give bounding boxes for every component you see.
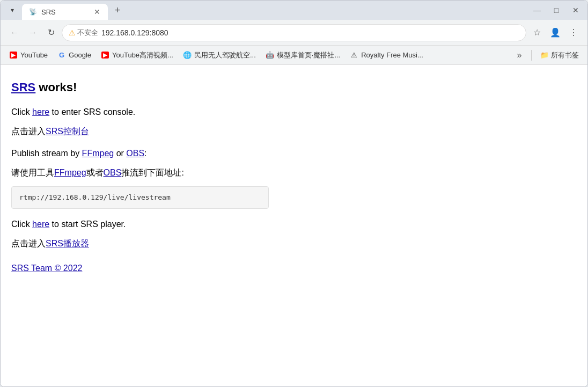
publish-paragraph-en: Publish stream by FFmpeg or OBS: <box>11 147 577 160</box>
address-bar: ← → ↻ ⚠ 不安全 192.168.0.129:8080 ☆ 👤 ⋮ <box>1 20 587 46</box>
player-suffix: to start SRS player. <box>49 220 126 229</box>
console-paragraph-en: Click here to enter SRS console. <box>11 105 577 119</box>
url-text: 192.168.0.129:8080 <box>101 28 519 37</box>
bookmark-model[interactable]: 🤖 模型库首页·魔搭社... <box>261 48 344 62</box>
obs-zh-link[interactable]: OBS <box>104 168 122 177</box>
bookmark-youtube[interactable]: ▶ YouTube <box>5 49 52 62</box>
favorite-button[interactable]: ☆ <box>530 25 545 40</box>
new-tab-button[interactable]: + <box>110 3 125 18</box>
back-button[interactable]: ← <box>7 25 22 40</box>
bookmarks-more: » 📁 所有书签 <box>512 48 583 63</box>
minimize-button[interactable]: — <box>530 3 545 18</box>
all-bookmarks-label: 所有书签 <box>551 50 579 60</box>
bookmarks-bar: ▶ YouTube G Google ▶ YouTube高清视频... 🌐 民用… <box>1 46 587 65</box>
warning-icon: ⚠ <box>69 28 76 37</box>
maximize-button[interactable]: □ <box>549 3 564 18</box>
folder-icon: 📁 <box>540 51 549 59</box>
page-content: SRS works! Click here to enter SRS conso… <box>1 65 587 386</box>
publish-zh-prefix: 请使用工具 <box>11 168 54 177</box>
publish-zh-suffix: 推流到下面地址: <box>121 168 183 177</box>
player-paragraph-en: Click here to start SRS player. <box>11 217 577 231</box>
page-heading: SRS works! <box>11 78 577 97</box>
console-prefix: Click <box>11 107 32 116</box>
rtmp-address-box: rtmp://192.168.0.129/live/livestream <box>11 186 269 209</box>
bookmark-drone[interactable]: 🌐 民用无人驾驶航空... <box>179 48 260 62</box>
player-prefix: Click <box>11 220 32 229</box>
bookmark-model-label: 模型库首页·魔搭社... <box>277 50 340 60</box>
console-here-link[interactable]: here <box>32 107 49 116</box>
tab-dropdown-button[interactable]: ▾ <box>5 3 20 18</box>
bookmark-royalty[interactable]: ⚠ Royalty Free Musi... <box>346 49 428 62</box>
window-controls: — □ ✕ <box>530 3 583 18</box>
tab-favicon: 📡 <box>28 8 37 16</box>
model-favicon: 🤖 <box>266 51 274 60</box>
bookmark-youtube-hd-label: YouTube高清视频... <box>112 50 173 60</box>
all-bookmarks-folder[interactable]: 📁 所有书签 <box>536 48 583 62</box>
srs-console-link[interactable]: SRS控制台 <box>46 127 89 136</box>
bookmark-google[interactable]: G Google <box>53 49 95 62</box>
console-paragraph-zh: 点击进入SRS控制台 <box>11 125 577 138</box>
bookmarks-separator <box>531 50 532 61</box>
royalty-favicon: ⚠ <box>350 51 358 60</box>
publish-paragraph-zh: 请使用工具FFmpeg或者OBS推流到下面地址: <box>11 166 577 180</box>
url-bar[interactable]: ⚠ 不安全 192.168.0.129:8080 <box>62 24 526 41</box>
console-suffix: to enter SRS console. <box>49 107 135 116</box>
player-paragraph-zh: 点击进入SRS播放器 <box>11 237 577 251</box>
bookmark-royalty-label: Royalty Free Musi... <box>361 51 423 59</box>
ffmpeg-link[interactable]: FFmpeg <box>82 149 114 158</box>
title-bar: ▾ 📡 SRS ✕ + — □ ✕ <box>1 1 587 20</box>
youtube-favicon: ▶ <box>9 51 18 60</box>
refresh-button[interactable]: ↻ <box>43 25 58 40</box>
google-favicon: G <box>57 51 66 60</box>
more-bookmarks-button[interactable]: » <box>512 48 527 63</box>
obs-link[interactable]: OBS <box>126 149 144 158</box>
security-label: 不安全 <box>77 28 98 38</box>
profile-button[interactable]: 👤 <box>548 25 563 40</box>
publish-mid: or <box>114 149 126 158</box>
menu-button[interactable]: ⋮ <box>566 25 581 40</box>
player-here-link[interactable]: here <box>32 220 49 229</box>
footer: SRS Team © 2022 <box>11 261 577 275</box>
url-actions: ☆ 👤 ⋮ <box>530 25 581 40</box>
drone-favicon: 🌐 <box>183 51 192 60</box>
publish-zh-mid: 或者 <box>86 168 104 177</box>
close-window-button[interactable]: ✕ <box>568 3 583 18</box>
publish-suffix: : <box>144 149 146 158</box>
rtmp-address: rtmp://192.168.0.129/live/livestream <box>19 193 171 201</box>
active-tab[interactable]: 📡 SRS ✕ <box>22 4 108 20</box>
bookmark-youtube-label: YouTube <box>20 51 48 59</box>
player-zh-prefix: 点击进入 <box>11 239 46 248</box>
bookmark-google-label: Google <box>69 51 91 59</box>
browser-window: ▾ 📡 SRS ✕ + — □ ✕ ← → ↻ ⚠ 不安全 192.168.0.… <box>0 0 588 387</box>
srs-heading-link[interactable]: SRS <box>11 81 35 94</box>
youtube-hd-favicon: ▶ <box>101 51 109 60</box>
bookmark-youtube-hd[interactable]: ▶ YouTube高清视频... <box>97 48 178 62</box>
bookmark-drone-label: 民用无人驾驶航空... <box>194 50 256 60</box>
publish-prefix: Publish stream by <box>11 149 82 158</box>
heading-suffix: works! <box>35 81 77 94</box>
tab-title: SRS <box>41 8 89 16</box>
srs-team-link[interactable]: SRS Team © 2022 <box>11 264 82 273</box>
ffmpeg-zh-link[interactable]: FFmpeg <box>54 168 86 177</box>
console-zh-prefix: 点击进入 <box>11 127 46 136</box>
tab-close-button[interactable]: ✕ <box>93 8 101 16</box>
tab-bar-left: ▾ 📡 SRS ✕ + <box>5 2 125 18</box>
security-indicator: ⚠ 不安全 <box>69 28 98 38</box>
forward-button[interactable]: → <box>25 25 40 40</box>
srs-player-link[interactable]: SRS播放器 <box>46 239 89 248</box>
